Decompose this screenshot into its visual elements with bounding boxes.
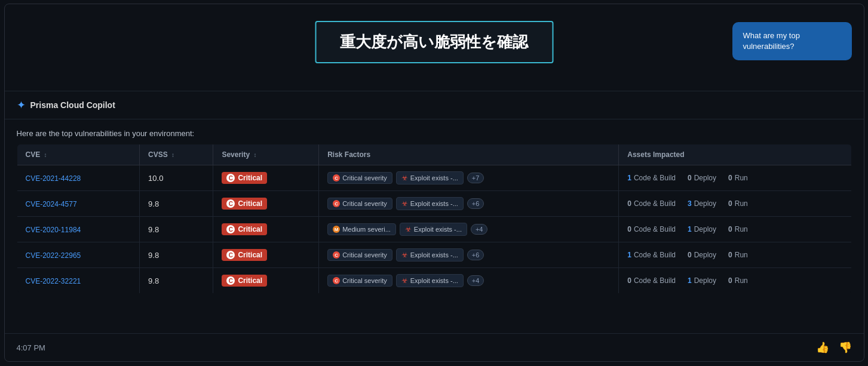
severity-badge-icon: C xyxy=(226,199,235,208)
assets-cell: 0 Code & Build 1 Deploy 0 Run xyxy=(619,268,851,294)
run-label: Run xyxy=(735,251,748,259)
run-count: 0 xyxy=(728,251,732,259)
col-header-risk-factors: Risk Factors xyxy=(319,144,619,165)
deploy-asset: 0 Deploy xyxy=(688,251,716,259)
run-asset: 0 Run xyxy=(728,251,748,259)
risk-tag-exploit[interactable]: ☣ Exploit exists -... xyxy=(396,197,464,210)
footer-icons: 👍 👎 xyxy=(816,341,852,354)
col-header-severity[interactable]: Severity ↕ xyxy=(213,144,319,165)
assets-container: 0 Code & Build 1 Deploy 0 Run xyxy=(627,225,842,233)
sort-icon-severity[interactable]: ↕ xyxy=(253,152,256,158)
severity-dot-icon: C xyxy=(333,200,340,207)
more-risk-badge[interactable]: +4 xyxy=(471,224,488,235)
risk-tag-severity[interactable]: M Medium severi... xyxy=(327,223,396,235)
cve-link[interactable]: CVE-2021-44228 xyxy=(26,174,81,183)
risk-tag-exploit[interactable]: ☣ Exploit exists -... xyxy=(396,274,464,287)
cve-link[interactable]: CVE-2022-22965 xyxy=(26,251,81,260)
exploit-icon: ☣ xyxy=(401,174,408,182)
risk-tag-severity[interactable]: C Critical severity xyxy=(327,172,392,184)
run-label: Run xyxy=(735,276,748,285)
risk-factors-cell: C Critical severity ☣ Exploit exists -..… xyxy=(319,268,619,294)
code-build-count: 0 xyxy=(627,276,631,285)
code-build-asset: 0 Code & Build xyxy=(627,199,676,208)
cve-cell[interactable]: CVE-2020-11984 xyxy=(17,217,140,242)
severity-badge: C Critical xyxy=(222,223,267,235)
cvss-cell: 9.8 xyxy=(140,268,213,294)
code-build-asset: 1 Code & Build xyxy=(627,174,676,182)
cve-link[interactable]: CVE-2024-4577 xyxy=(26,200,77,208)
cve-link[interactable]: CVE-2020-11984 xyxy=(26,226,81,234)
severity-cell: C Critical xyxy=(213,268,319,294)
assets-container: 1 Code & Build 0 Deploy 0 Run xyxy=(627,251,842,259)
risk-tag-exploit[interactable]: ☣ Exploit exists -... xyxy=(396,248,464,262)
col-header-cvss[interactable]: CVSS ↕ xyxy=(140,144,213,165)
col-header-cve[interactable]: CVE ↕ xyxy=(17,144,140,165)
severity-cell: C Critical xyxy=(213,165,319,191)
cve-cell[interactable]: CVE-2022-22965 xyxy=(17,242,140,268)
risk-factors-container: C Critical severity ☣ Exploit exists -..… xyxy=(327,248,610,262)
exploit-icon: ☣ xyxy=(405,225,412,233)
thumbs-up-icon[interactable]: 👍 xyxy=(816,341,829,354)
run-asset: 0 Run xyxy=(728,225,748,233)
risk-factors-container: C Critical severity ☣ Exploit exists -..… xyxy=(327,274,610,287)
deploy-asset: 0 Deploy xyxy=(688,174,716,182)
deploy-count: 0 xyxy=(688,174,692,182)
cvss-value: 9.8 xyxy=(148,276,159,285)
code-build-count: 1 xyxy=(627,174,631,182)
assets-cell: 1 Code & Build 0 Deploy 0 Run xyxy=(619,242,851,268)
table-row: CVE-2021-44228 10.0 C Critical C Critica… xyxy=(17,165,851,191)
code-build-count: 0 xyxy=(627,225,631,233)
deploy-label: Deploy xyxy=(694,251,716,259)
risk-tag-exploit-label: Exploit exists -... xyxy=(410,200,458,207)
severity-dot-icon: M xyxy=(333,226,340,233)
risk-factors-cell: C Critical severity ☣ Exploit exists -..… xyxy=(319,191,619,217)
risk-tag-severity-label: Critical severity xyxy=(342,200,387,207)
severity-dot-icon: C xyxy=(333,174,340,182)
deploy-label: Deploy xyxy=(694,199,716,208)
sort-icon-cvss[interactable]: ↕ xyxy=(171,152,174,158)
cve-cell[interactable]: CVE-2022-32221 xyxy=(17,268,140,294)
severity-badge: C Critical xyxy=(222,275,267,287)
deploy-label: Deploy xyxy=(694,276,716,285)
exploit-icon: ☣ xyxy=(401,199,408,208)
cvss-cell: 10.0 xyxy=(140,165,213,191)
run-label: Run xyxy=(735,174,748,182)
cvss-cell: 9.8 xyxy=(140,242,213,268)
thumbs-down-icon[interactable]: 👎 xyxy=(839,341,852,354)
code-build-count: 0 xyxy=(627,199,631,208)
run-label: Run xyxy=(735,225,748,233)
cve-link[interactable]: CVE-2022-32221 xyxy=(26,277,81,285)
risk-factors-container: C Critical severity ☣ Exploit exists -..… xyxy=(327,197,610,210)
run-count: 0 xyxy=(728,225,732,233)
header-bar: ✦ Prisma Cloud Copilot xyxy=(5,91,864,119)
deploy-label: Deploy xyxy=(694,174,716,182)
severity-cell: C Critical xyxy=(213,242,319,268)
deploy-asset: 1 Deploy xyxy=(688,225,716,233)
risk-tag-severity[interactable]: C Critical severity xyxy=(327,198,392,210)
severity-badge: C Critical xyxy=(222,249,267,261)
cve-cell[interactable]: CVE-2024-4577 xyxy=(17,191,140,217)
more-risk-badge[interactable]: +4 xyxy=(467,275,484,286)
code-build-label: Code & Build xyxy=(634,276,676,285)
app-title: Prisma Cloud Copilot xyxy=(30,100,115,110)
deploy-asset: 1 Deploy xyxy=(688,276,716,285)
run-asset: 0 Run xyxy=(728,174,748,182)
risk-tag-severity[interactable]: C Critical severity xyxy=(327,249,392,261)
cvss-value: 9.8 xyxy=(148,199,159,208)
code-build-asset: 0 Code & Build xyxy=(627,276,676,285)
cve-cell[interactable]: CVE-2021-44228 xyxy=(17,165,140,191)
risk-factors-container: M Medium severi... ☣ Exploit exists -...… xyxy=(327,223,610,236)
risk-factors-cell: M Medium severi... ☣ Exploit exists -...… xyxy=(319,217,619,242)
more-risk-badge[interactable]: +6 xyxy=(467,198,484,209)
sort-icon-cve[interactable]: ↕ xyxy=(44,152,47,158)
code-build-asset: 0 Code & Build xyxy=(627,225,676,233)
risk-factors-container: C Critical severity ☣ Exploit exists -..… xyxy=(327,171,610,184)
risk-tag-exploit-label: Exploit exists -... xyxy=(410,251,458,259)
more-risk-badge[interactable]: +6 xyxy=(467,250,484,260)
risk-tag-severity[interactable]: C Critical severity xyxy=(327,275,392,287)
risk-tag-exploit[interactable]: ☣ Exploit exists -... xyxy=(400,223,467,236)
more-risk-badge[interactable]: +7 xyxy=(467,173,484,183)
table-row: CVE-2020-11984 9.8 C Critical M Medium s… xyxy=(17,217,851,242)
run-count: 0 xyxy=(728,276,732,285)
risk-tag-exploit[interactable]: ☣ Exploit exists -... xyxy=(396,171,464,184)
